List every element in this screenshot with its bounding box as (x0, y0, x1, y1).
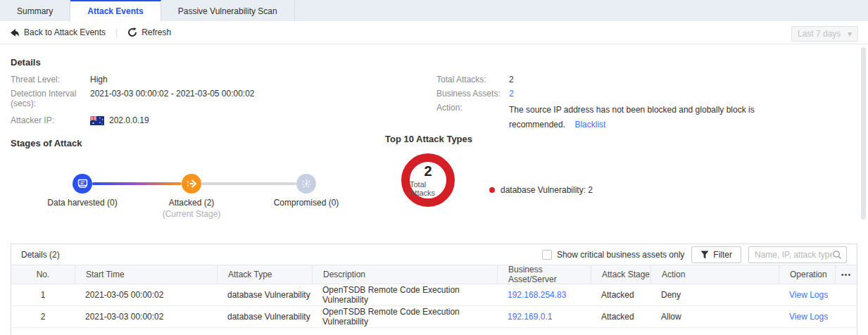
total-attacks-row: Total Attacks: 2 (436, 75, 514, 84)
cell-description: OpenTSDB Remote Code Execution Vulnerabi… (312, 306, 497, 327)
cell-action: Allow (650, 306, 779, 327)
time-range-value: Last 7 days (798, 29, 841, 39)
column-header-business-asset[interactable]: Business Asset/Server (497, 265, 591, 284)
refresh-button-label: Refresh (141, 27, 171, 37)
details-table-card: Details (2) Show critical business asset… (11, 244, 857, 335)
column-header-operation[interactable]: Operation (779, 265, 835, 284)
column-settings-icon[interactable]: ••• (835, 265, 857, 284)
business-assets-link[interactable]: 2 (509, 89, 514, 99)
table-row: 1 2021-03-05 00:00:02 database Vulnerabi… (11, 284, 857, 306)
filter-funnel-icon (700, 251, 709, 259)
refresh-button[interactable]: Refresh (127, 27, 171, 37)
refresh-icon (127, 27, 137, 37)
cell-spacer (835, 284, 857, 305)
table-header-row: No. Start Time Attack Type Description B… (11, 265, 857, 284)
attack-types-donut-chart: 2 Total Attacks (401, 153, 455, 207)
compromise-burst-icon (301, 179, 311, 189)
tab-attack-events[interactable]: Attack Events (70, 0, 161, 21)
business-assets-row: Business Assets: 2 (436, 89, 514, 99)
toolbar: Back to Attack Events | Refresh Last 7 d… (0, 21, 868, 44)
time-range-select[interactable]: Last 7 days ▾ (791, 26, 858, 42)
attack-types-chart-title: Top 10 Attack Types (385, 134, 472, 144)
blacklist-link[interactable]: Blacklist (574, 120, 605, 129)
threat-level-label: Threat Level: (11, 75, 90, 84)
cell-description: OpenTSDB Remote Code Execution Vulnerabi… (312, 284, 497, 305)
column-header-no[interactable]: No. (11, 265, 75, 284)
search-icon[interactable] (832, 250, 842, 260)
column-header-description[interactable]: Description (312, 265, 497, 284)
critical-assets-checkbox-label: Show critical business assets only (557, 250, 684, 260)
column-header-start-time[interactable]: Start Time (75, 265, 217, 284)
tab-passive-vulnerability-scan[interactable]: Passive Vulnerability Scan (161, 0, 295, 21)
cell-no: 2 (11, 306, 75, 327)
critical-assets-checkbox[interactable] (542, 250, 552, 260)
column-header-attack-type[interactable]: Attack Type (217, 265, 312, 284)
details-heading: Details (11, 57, 41, 68)
stage-label-attacked: Attacked (2) (135, 198, 248, 208)
attacker-ip-row: Attacker IP: 202.0.0.19 (11, 115, 149, 125)
cell-attack-stage: Attacked (591, 284, 650, 305)
asset-link[interactable]: 192.168.254.83 (508, 290, 566, 300)
table-title: Details (2) (21, 250, 60, 260)
cell-spacer (835, 306, 857, 327)
filter-button[interactable]: Filter (691, 246, 741, 263)
back-button-label: Back to Attack Events (24, 27, 106, 37)
tab-summary[interactable]: Summary (0, 0, 70, 21)
action-text: The source IP address has not been block… (509, 105, 755, 129)
tab-bar: Summary Attack Events Passive Vulnerabil… (0, 0, 868, 21)
table-row: 2 2021-03-03 00:00:02 database Vulnerabi… (11, 306, 857, 328)
mail-icon (77, 179, 88, 189)
legend-item: database Vulnerability: 2 (501, 185, 593, 195)
attacker-ip-label: Attacker IP: (11, 115, 90, 125)
detection-interval-value: 2021-03-03 00:00:02 - 2021-03-05 00:00:0… (90, 89, 255, 108)
donut-total-label: Total Attacks (410, 180, 446, 197)
column-header-action[interactable]: Action (650, 265, 779, 284)
stage-label-compromised: Compromised (0) (250, 198, 363, 208)
threat-level-value: High (90, 75, 108, 84)
cell-start-time: 2021-03-03 00:00:02 (75, 306, 217, 327)
stage-attacked (182, 174, 201, 194)
cell-attack-type: database Vulnerability (217, 284, 312, 305)
stages-heading: Stages of Attack (11, 138, 82, 148)
critical-assets-checkbox-row[interactable]: Show critical business assets only (542, 250, 684, 260)
vertical-scrollbar[interactable] (861, 47, 866, 220)
stage-sublabel-current-stage: (Current Stage) (135, 209, 248, 219)
view-logs-link[interactable]: View Logs (789, 312, 828, 322)
chevron-down-icon: ▾ (848, 29, 852, 39)
cell-start-time: 2021-03-05 00:00:02 (75, 284, 217, 305)
table-toolbar: Details (2) Show critical business asset… (11, 244, 857, 265)
stage-label-data-harvested: Data harvested (0) (26, 198, 139, 208)
cell-no: 1 (11, 284, 75, 305)
view-logs-link[interactable]: View Logs (789, 290, 828, 300)
search-box (748, 246, 847, 263)
search-input[interactable] (755, 250, 832, 260)
australia-flag-icon (90, 116, 104, 125)
attacker-ip-value: 202.0.0.19 (109, 115, 149, 125)
total-attacks-label: Total Attacks: (436, 75, 509, 84)
toolbar-separator: | (115, 27, 118, 37)
donut-total-value: 2 (424, 164, 432, 178)
action-label: Action: (436, 103, 509, 132)
legend-dot (489, 187, 495, 193)
attack-arrow-icon (187, 179, 197, 189)
detection-interval-label: Detection Interval (secs): (11, 89, 90, 108)
cell-action: Deny (650, 284, 779, 305)
business-assets-label: Business Assets: (436, 89, 509, 99)
filter-button-label: Filter (713, 250, 732, 260)
detection-interval-row: Detection Interval (secs): 2021-03-03 00… (11, 89, 255, 108)
stage-data-harvested (73, 174, 92, 194)
threat-level-row: Threat Level: High (11, 75, 108, 84)
stage-compromised (296, 174, 316, 194)
back-arrow-icon (10, 28, 20, 37)
asset-link[interactable]: 192.169.0.1 (508, 312, 552, 322)
cell-attack-stage: Attacked (591, 306, 650, 327)
back-button[interactable]: Back to Attack Events (10, 27, 106, 37)
stage-connector-1 (92, 182, 182, 185)
cell-attack-type: database Vulnerability (217, 306, 312, 327)
action-row: Action: The source IP address has not be… (436, 103, 773, 132)
action-value: The source IP address has not been block… (509, 103, 773, 132)
total-attacks-value: 2 (509, 75, 514, 84)
column-header-attack-stage[interactable]: Attack Stage (591, 265, 650, 284)
stage-connector-2 (201, 182, 296, 185)
